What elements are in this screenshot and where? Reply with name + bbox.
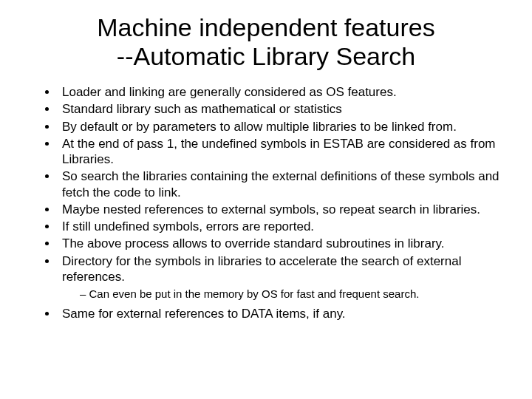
list-item: Directory for the symbols in libraries t… <box>58 253 505 301</box>
title-line-2: --Automatic Library Search <box>117 42 415 70</box>
slide: Machine independent features --Automatic… <box>0 0 532 399</box>
title-line-1: Machine independent features <box>97 13 434 41</box>
list-item: If still undefined symbols, errors are r… <box>58 219 505 234</box>
list-item: Maybe nested references to external symb… <box>58 202 505 217</box>
sub-list-item: Can even be put in the memory by OS for … <box>80 287 505 301</box>
sub-bullet-list: Can even be put in the memory by OS for … <box>62 287 505 301</box>
slide-title: Machine independent features --Automatic… <box>27 13 505 71</box>
list-item: The above process allows to override sta… <box>58 236 505 251</box>
list-item: Same for external references to DATA ite… <box>58 306 505 321</box>
list-item: So search the libraries containing the e… <box>58 168 505 200</box>
bullet-list: Loader and linking are generally conside… <box>27 84 505 321</box>
list-item-text: Directory for the symbols in libraries t… <box>62 254 461 284</box>
list-item: Loader and linking are generally conside… <box>58 84 505 100</box>
list-item: At the end of pass 1, the undefined symb… <box>58 136 505 168</box>
list-item: Standard library such as mathematical or… <box>58 101 505 117</box>
list-item: By default or by parameters to allow mul… <box>58 119 505 134</box>
